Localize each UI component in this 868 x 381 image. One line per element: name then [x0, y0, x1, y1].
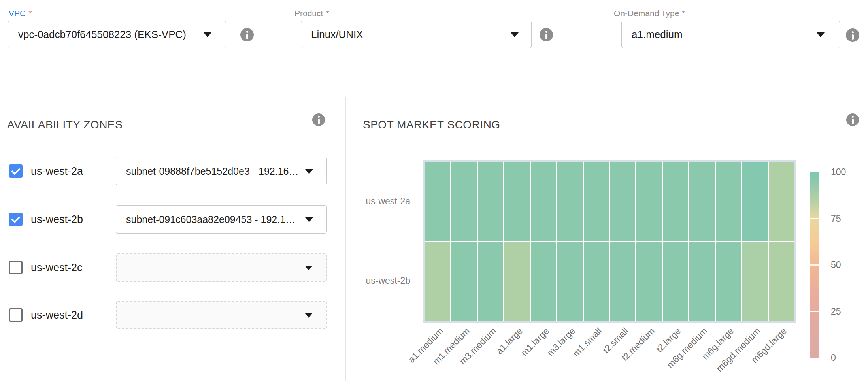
az-zone-label: us-west-2c [31, 262, 83, 274]
spot-config-page: VPC* vpc-0adcb70f645508223 (EKS-VPC) Pro… [0, 0, 868, 381]
heatmap-cell-us-west-2a-t2.medium[interactable] [636, 162, 662, 241]
required-asterisk: * [682, 9, 685, 18]
heatmap-cell-us-west-2b-t2.large[interactable] [663, 242, 688, 321]
checkbox-us-west-2b[interactable] [9, 213, 23, 226]
heatmap-y-label: us-west-2a [339, 196, 410, 207]
colorbar-label: 100 [831, 167, 862, 177]
subnet-select-us-west-2b[interactable]: subnet-091c603aa82e09453 - 192.168… [116, 205, 327, 234]
heatmap-cell-us-west-2a-m1.small[interactable] [584, 162, 609, 241]
info-icon[interactable] [846, 113, 859, 126]
colorbar-label: 50 [831, 260, 862, 270]
dropdown-arrow-icon [511, 32, 519, 37]
section-vertical-divider [345, 97, 346, 381]
heatmap-cell-us-west-2a-m1.large[interactable] [531, 162, 556, 241]
heatmap-cell-us-west-2b-m1.medium[interactable] [451, 242, 477, 321]
spot-market-scoring-title: SPOT MARKET SCORING [363, 119, 500, 131]
on-demand-type-select[interactable]: a1.medium [621, 21, 840, 48]
az-zone-label: us-west-2a [31, 165, 83, 177]
heatmap-cell-us-west-2b-a1.medium[interactable] [425, 242, 450, 321]
az-row-us-west-2b: us-west-2bsubnet-091c603aa82e09453 - 192… [0, 205, 345, 234]
vpc-select-value: vpc-0adcb70f645508223 (EKS-VPC) [18, 28, 200, 41]
colorbar-tick [810, 311, 819, 312]
heatmap-cell-us-west-2a-m6gd.medium[interactable] [742, 162, 768, 241]
vpc-label: VPC* [9, 9, 32, 18]
az-row-us-west-2d: us-west-2d [0, 301, 345, 329]
az-row-us-west-2c: us-west-2c [0, 253, 345, 282]
heatmap-cell-us-west-2a-m3.medium[interactable] [478, 162, 503, 241]
colorbar-label: 75 [831, 213, 862, 224]
az-zone-label: us-west-2d [31, 309, 83, 321]
heatmap-cell-us-west-2b-m6gd.medium[interactable] [742, 242, 768, 321]
heatmap-cell-us-west-2a-a1.medium[interactable] [425, 162, 450, 241]
dropdown-arrow-icon [204, 32, 211, 37]
heatmap-cell-us-west-2b-a1.large[interactable] [504, 242, 530, 321]
heatmap-cell-us-west-2a-t2.small[interactable] [610, 162, 635, 241]
vpc-select[interactable]: vpc-0adcb70f645508223 (EKS-VPC) [8, 21, 226, 48]
heatmap-cell-us-west-2b-t2.medium[interactable] [636, 242, 662, 321]
required-asterisk: * [326, 9, 329, 18]
heatmap-cell-us-west-2b-m3.large[interactable] [557, 242, 583, 321]
heatmap-cell-us-west-2a-m6g.medium[interactable] [689, 162, 715, 241]
heatmap-cell-us-west-2a-m6gd.large[interactable] [769, 162, 794, 241]
colorbar-label: 25 [831, 306, 862, 317]
info-icon[interactable] [240, 28, 254, 41]
heatmap-cell-us-west-2b-m6g.large[interactable] [716, 242, 741, 321]
product-select[interactable]: Linux/UNIX [301, 21, 532, 48]
colorbar-label: 0 [831, 353, 862, 363]
checkbox-us-west-2a[interactable] [9, 164, 23, 178]
colorbar-tick [810, 218, 819, 219]
heatmap-y-label: us-west-2b [339, 275, 410, 286]
heatmap-cell-us-west-2a-m3.large[interactable] [557, 162, 583, 241]
checkbox-us-west-2c[interactable] [9, 261, 23, 274]
heatmap-cell-us-west-2a-m6g.large[interactable] [716, 162, 741, 241]
az-zone-label: us-west-2b [31, 213, 83, 226]
heatmap-cell-us-west-2a-a1.large[interactable] [504, 162, 530, 241]
heatmap-cell-us-west-2b-m1.small[interactable] [584, 242, 609, 321]
spot-market-scoring-divider [362, 138, 859, 138]
dropdown-arrow-icon [305, 169, 313, 174]
az-row-us-west-2a: us-west-2asubnet-09888f7be5152d0e3 - 192… [0, 157, 345, 185]
dropdown-arrow-icon [305, 313, 313, 318]
subnet-select-value: subnet-091c603aa82e09453 - 192.168… [126, 214, 299, 225]
availability-zones-title: AVAILABILITY ZONES [7, 119, 123, 131]
heatmap-cell-us-west-2b-t2.small[interactable] [610, 242, 635, 321]
heatmap-cell-us-west-2b-m6gd.large[interactable] [769, 242, 794, 321]
info-icon[interactable] [312, 113, 325, 126]
heatmap-cell-us-west-2a-t2.large[interactable] [663, 162, 688, 241]
product-select-value: Linux/UNIX [311, 28, 506, 41]
subnet-select-us-west-2a[interactable]: subnet-09888f7be5152d0e3 - 192.168… [116, 157, 327, 185]
on-demand-type-select-value: a1.medium [632, 28, 814, 41]
heatmap-cell-us-west-2b-m1.large[interactable] [531, 242, 556, 321]
colorbar-tick [810, 264, 819, 266]
product-label: Product* [294, 9, 329, 18]
heatmap [423, 160, 796, 323]
subnet-select-us-west-2d[interactable] [116, 301, 327, 329]
heatmap-cell-us-west-2b-m6g.medium[interactable] [689, 242, 715, 321]
dropdown-arrow-icon [817, 32, 825, 37]
checkbox-us-west-2d[interactable] [9, 308, 23, 322]
subnet-select-us-west-2c[interactable] [116, 253, 327, 282]
heatmap-cell-us-west-2a-m1.medium[interactable] [451, 162, 477, 241]
availability-zones-divider [6, 138, 329, 138]
info-icon[interactable] [540, 28, 553, 41]
required-asterisk: * [28, 9, 32, 18]
dropdown-arrow-icon [305, 266, 313, 270]
info-icon[interactable] [846, 28, 859, 42]
dropdown-arrow-icon [305, 217, 313, 222]
heatmap-colorbar [810, 172, 819, 358]
on-demand-type-label: On-Demand Type* [614, 9, 685, 18]
subnet-select-value: subnet-09888f7be5152d0e3 - 192.168… [126, 166, 299, 177]
heatmap-cell-us-west-2b-m3.medium[interactable] [478, 242, 503, 321]
